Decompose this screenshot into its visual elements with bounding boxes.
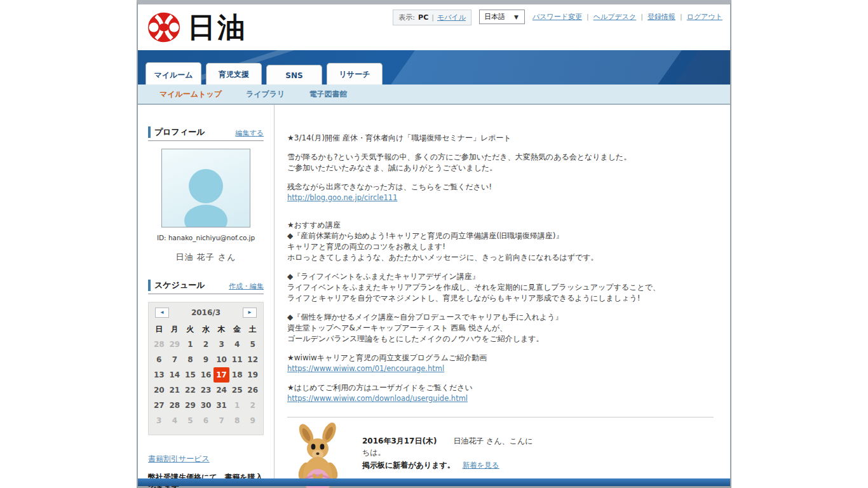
main-tabs: マイルーム育児支援SNSリサーチ (146, 62, 383, 85)
link-separator: | (680, 13, 682, 21)
calendar-day[interactable]: 14 (167, 367, 183, 383)
calendar-weekday: 土 (245, 322, 261, 337)
calendar-day[interactable]: 13 (151, 367, 167, 383)
calendar-day[interactable]: 10 (214, 352, 229, 367)
content-link[interactable]: https://www.wiwiw.com/download/userguide… (287, 394, 468, 403)
calendar-day[interactable]: 28 (167, 398, 183, 413)
calendar-day[interactable]: 5 (245, 337, 261, 352)
footer-bar (138, 478, 730, 486)
content-line: 資生堂トップヘア&メーキャップアーティスト 西島 悦さんが、 (287, 323, 714, 334)
calendar-prev-button[interactable]: ◄ (155, 308, 169, 318)
calendar-day[interactable]: 29 (182, 398, 198, 413)
content-gap (287, 144, 714, 152)
calendar-day[interactable]: 15 (182, 367, 198, 383)
calendar-day[interactable]: 6 (151, 352, 167, 367)
subnav-library[interactable]: ライブラリ (246, 89, 285, 100)
content-line: ★おすすめ講座 (287, 220, 714, 231)
password-change-link[interactable]: パスワード変更 (532, 12, 582, 22)
content-gap (287, 344, 714, 353)
profile-edit-link[interactable]: 編集する (235, 128, 264, 138)
calendar-weekday: 火 (182, 322, 198, 337)
helpdesk-link[interactable]: ヘルプデスク (593, 12, 637, 22)
calendar-day[interactable]: 26 (245, 383, 261, 398)
greeting-date: 2016年3月17日(木) (362, 437, 437, 445)
calendar-day[interactable]: 2 (245, 398, 261, 413)
calendar-day[interactable]: 21 (167, 383, 183, 398)
calendar-day[interactable]: 2 (198, 337, 214, 352)
calendar-day[interactable]: 12 (245, 352, 261, 367)
content-line: 雪が降るかも?という天気予報の中、多くの方にご参加いただき、大変熱気のある会とな… (287, 152, 714, 163)
content-gap (287, 374, 714, 383)
calendar-day-today[interactable]: 17 (214, 367, 229, 383)
calendar-day[interactable]: 23 (198, 383, 214, 398)
tab-childcare-support[interactable]: 育児支援 (206, 63, 262, 85)
subnav-myroom-top[interactable]: マイルームトップ (159, 89, 222, 100)
content-line: https://www.wiwiw.com/download/userguide… (287, 393, 714, 404)
calendar-day[interactable]: 8 (229, 413, 245, 428)
calendar-day[interactable]: 18 (229, 367, 245, 383)
calendar-day[interactable]: 30 (198, 398, 214, 413)
calendar-day[interactable]: 9 (198, 352, 214, 367)
content-link[interactable]: http://blog.goo.ne.jp/circle111 (287, 193, 397, 202)
calendar-day[interactable]: 16 (198, 367, 214, 383)
display-pc[interactable]: PC (418, 13, 428, 22)
brand: 日油 (147, 9, 247, 46)
calendar-day[interactable]: 5 (182, 413, 198, 428)
view-new-posts-link[interactable]: 新着を見る (463, 461, 499, 470)
content-line: ★3/14(月)開催 産休・育休者向け「職場復帰セミナー」レポート (287, 133, 714, 144)
calendar-day[interactable]: 29 (167, 337, 183, 352)
notice-text: 掲示板に新着があります。 (362, 461, 455, 470)
person-silhouette-icon (168, 156, 244, 227)
greeting-message: 2016年3月17日(木)日油花子 さん、こんにちは。 掲示板に新着があります。… (362, 423, 534, 471)
calendar-day[interactable]: 6 (198, 413, 214, 428)
subnav-ebook-library[interactable]: 電子図書館 (309, 89, 347, 100)
calendar-day[interactable]: 8 (182, 352, 198, 367)
calendar-day[interactable]: 27 (151, 398, 167, 413)
user-id: ID: hanako_nichiyu@nof.co.jp (148, 234, 264, 241)
calendar-nav: ◄ 2016/3 ► (151, 308, 261, 318)
calendar-day[interactable]: 24 (214, 383, 229, 398)
calendar-day[interactable]: 31 (214, 398, 229, 413)
schedule-edit-link[interactable]: 作成・編集 (229, 281, 264, 291)
content-line: https://www.wiwiw.com/01/encourage.html (287, 363, 714, 374)
content-link[interactable]: https://www.wiwiw.com/01/encourage.html (287, 364, 444, 373)
calendar-day[interactable]: 7 (214, 413, 229, 428)
calendar-day[interactable]: 4 (229, 337, 245, 352)
calendar-weekday: 金 (229, 322, 245, 337)
registration-info-link[interactable]: 登録情報 (648, 12, 675, 22)
calendar-day[interactable]: 22 (182, 383, 198, 398)
calendar-next-button[interactable]: ► (243, 308, 257, 318)
tab-myroom[interactable]: マイルーム (146, 62, 201, 85)
display-mobile-link[interactable]: モバイル (437, 13, 466, 22)
calendar-weekday: 水 (198, 322, 214, 337)
content: プロフィール 編集する ID: hanako_nichiyu@nof.co.jp… (138, 105, 730, 478)
calendar-day[interactable]: 28 (151, 337, 167, 352)
logout-link[interactable]: ログアウト (687, 12, 722, 22)
calendar-day[interactable]: 25 (229, 383, 245, 398)
content-line: ライフとキャリアを自分でマネジメントし、育児をしながらもキャリア形成できるように… (287, 293, 714, 304)
content-gap (287, 304, 714, 312)
calendar-day[interactable]: 1 (229, 398, 245, 413)
subnav: マイルームトップライブラリ電子図書館 (138, 85, 730, 105)
tab-sns[interactable]: SNS (266, 65, 322, 85)
display-label: 表示: (398, 13, 415, 22)
new-post-notice: 掲示板に新着があります。新着を見る (362, 459, 534, 471)
tab-research[interactable]: リサーチ (327, 63, 383, 85)
calendar-day[interactable]: 3 (214, 337, 229, 352)
book-discount-link[interactable]: 書籍割引サービス (148, 454, 210, 463)
display-mode-switch: 表示: PC | モバイル (393, 10, 471, 25)
calendar-day[interactable]: 3 (151, 413, 167, 428)
content-line: キャリアと育児の両立のコツをお教えします! (287, 241, 714, 252)
calendar-day[interactable]: 11 (229, 352, 245, 367)
calendar-day[interactable]: 9 (245, 413, 261, 428)
calendar-day[interactable]: 4 (167, 413, 183, 428)
schedule-section-title: スケジュール (148, 280, 205, 291)
calendar-day[interactable]: 19 (245, 367, 261, 383)
calendar-day[interactable]: 7 (167, 352, 183, 367)
calendar-day[interactable]: 20 (151, 383, 167, 398)
content-gap (287, 173, 714, 182)
calendar-day[interactable]: 1 (182, 337, 198, 352)
content-line: ◆『ライフイベントをふまえたキャリアデザイン講座』 (287, 271, 714, 282)
header: 日油 表示: PC | モバイル 日本語 ▼ パスワード変更|ヘルプデスク|登録… (138, 4, 730, 50)
language-select[interactable]: 日本語 ▼ (479, 10, 525, 24)
